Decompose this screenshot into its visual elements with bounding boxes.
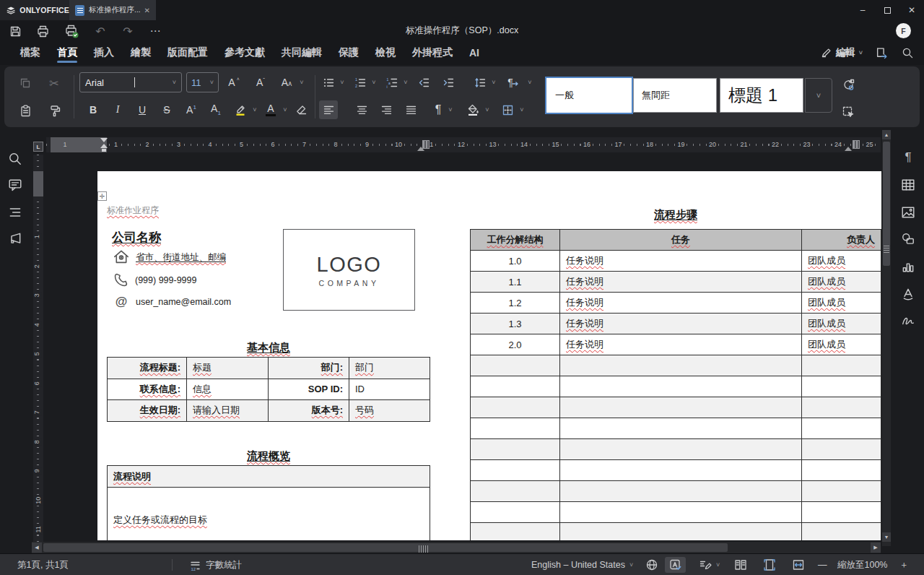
scrollbar-grip[interactable] bbox=[884, 246, 889, 253]
bullet-list-chevron[interactable]: ˅ bbox=[338, 73, 346, 92]
bold-button[interactable]: B bbox=[84, 100, 103, 119]
track-changes-button[interactable]: ˅ bbox=[699, 554, 720, 575]
quick-print-button[interactable] bbox=[64, 23, 79, 39]
redo-button[interactable]: ↷ bbox=[120, 23, 136, 39]
steps-empty-cell[interactable] bbox=[802, 397, 881, 418]
shading-button[interactable] bbox=[463, 100, 482, 119]
info-value-cell[interactable]: ID bbox=[349, 379, 430, 401]
change-case-button[interactable]: Aᴀ bbox=[277, 73, 296, 92]
increase-font-button[interactable]: A＾ bbox=[225, 73, 244, 92]
borders-button[interactable] bbox=[498, 100, 517, 119]
change-case-chevron[interactable]: ˅ bbox=[297, 73, 306, 92]
steps-empty-cell[interactable] bbox=[560, 439, 802, 460]
steps-empty-cell[interactable] bbox=[471, 376, 560, 397]
fit-page-button[interactable] bbox=[763, 554, 776, 575]
menu-tab-AI[interactable]: AI bbox=[469, 40, 479, 65]
steps-empty-cell[interactable] bbox=[560, 376, 802, 397]
info-value-cell[interactable]: 标题 bbox=[187, 358, 269, 379]
align-center-button[interactable] bbox=[352, 100, 371, 119]
superscript-button[interactable]: A1 bbox=[182, 100, 201, 119]
line-spacing-button[interactable] bbox=[471, 73, 489, 92]
format-painter-button[interactable] bbox=[45, 101, 64, 120]
horizontal-scrollbar-thumb[interactable] bbox=[43, 543, 728, 552]
steps-cell[interactable]: 1.3 bbox=[471, 314, 560, 334]
menu-tab-參考文獻[interactable]: 參考文獻 bbox=[225, 40, 265, 65]
steps-header-cell[interactable]: 工作分解结构 bbox=[471, 230, 560, 251]
style-一般[interactable]: 一般 bbox=[546, 78, 632, 113]
scroll-down-button[interactable]: ▼ bbox=[882, 532, 891, 542]
steps-cell[interactable]: 任务说明 bbox=[560, 334, 802, 355]
scroll-right-button[interactable]: ▶ bbox=[871, 542, 881, 553]
steps-cell[interactable]: 任务说明 bbox=[560, 293, 802, 314]
menu-tab-繪製[interactable]: 繪製 bbox=[131, 40, 151, 65]
align-right-button[interactable] bbox=[377, 100, 396, 119]
steps-cell[interactable]: 团队成员 bbox=[802, 334, 881, 355]
numbered-list-chevron[interactable]: ˅ bbox=[370, 73, 378, 92]
paragraph-settings-button[interactable]: ¶ bbox=[901, 150, 915, 165]
close-button[interactable]: ✕ bbox=[899, 0, 924, 20]
left-indent-marker[interactable] bbox=[102, 149, 106, 152]
logo-placeholder[interactable]: LOGO COMPANY bbox=[283, 229, 415, 311]
spell-check-toggle[interactable] bbox=[665, 557, 686, 573]
steps-empty-cell[interactable] bbox=[802, 523, 881, 540]
replace-button[interactable] bbox=[839, 75, 858, 94]
steps-cell[interactable]: 1.2 bbox=[471, 293, 560, 314]
multilevel-list-chevron[interactable]: ˅ bbox=[401, 73, 410, 92]
steps-empty-cell[interactable] bbox=[560, 460, 802, 481]
steps-empty-cell[interactable] bbox=[802, 418, 881, 439]
menu-tab-插入[interactable]: 插入 bbox=[94, 40, 114, 65]
font-color-button[interactable]: A bbox=[261, 100, 280, 119]
hanging-indent-marker[interactable] bbox=[100, 144, 108, 148]
image-settings-button[interactable] bbox=[901, 205, 915, 220]
steps-cell[interactable]: 团队成员 bbox=[802, 272, 881, 293]
steps-header-cell[interactable]: 负责人 bbox=[802, 230, 881, 251]
table-move-handle[interactable]: ✛ bbox=[97, 191, 107, 201]
save-button[interactable] bbox=[7, 23, 23, 39]
strikethrough-button[interactable]: S bbox=[157, 100, 176, 119]
undo-button[interactable]: ↶ bbox=[92, 23, 108, 39]
overview-body-cell[interactable]: 定义任务或流程的目标 bbox=[108, 488, 430, 540]
maximize-button[interactable] bbox=[875, 0, 899, 20]
font-size-select[interactable]: 11 ˅ bbox=[186, 72, 219, 92]
steps-empty-cell[interactable] bbox=[560, 523, 802, 540]
zoom-out-button[interactable]: — bbox=[818, 554, 827, 575]
bullet-list-button[interactable] bbox=[319, 73, 338, 92]
info-label-cell[interactable]: SOP ID: bbox=[269, 379, 349, 401]
steps-empty-cell[interactable] bbox=[802, 439, 881, 460]
clear-formatting-button[interactable] bbox=[292, 100, 310, 119]
steps-empty-cell[interactable] bbox=[471, 418, 560, 439]
tab-close-icon[interactable]: ✕ bbox=[144, 7, 150, 14]
steps-cell[interactable]: 任务说明 bbox=[560, 272, 802, 293]
navigation-headings-button[interactable] bbox=[8, 205, 22, 220]
page-indicator[interactable]: 第1頁, 共1頁 bbox=[17, 554, 69, 575]
show-paragraph-marks-button[interactable]: ¶ bbox=[429, 100, 448, 119]
steps-header-cell[interactable]: 任务 bbox=[560, 230, 802, 251]
shading-chevron[interactable]: ˅ bbox=[483, 100, 492, 119]
info-label-cell[interactable]: 联系信息: bbox=[108, 379, 187, 401]
text-art-settings-button[interactable] bbox=[901, 287, 915, 301]
decrease-indent-button[interactable] bbox=[414, 73, 433, 92]
steps-empty-cell[interactable] bbox=[471, 439, 560, 460]
subscript-button[interactable]: A1 bbox=[206, 100, 225, 119]
steps-empty-cell[interactable] bbox=[802, 502, 881, 523]
line-spacing-chevron[interactable]: ˅ bbox=[489, 73, 498, 92]
first-line-indent-marker[interactable] bbox=[100, 138, 108, 142]
zoom-in-button[interactable]: ＋ bbox=[899, 554, 909, 575]
steps-cell[interactable]: 1.0 bbox=[471, 251, 560, 272]
steps-empty-cell[interactable] bbox=[560, 481, 802, 502]
steps-empty-cell[interactable] bbox=[560, 418, 802, 439]
vertical-ruler[interactable]: 1234567891011 bbox=[33, 155, 43, 546]
info-label-cell[interactable]: 生效日期: bbox=[108, 400, 187, 422]
vertical-scrollbar[interactable]: ▲ ▼ bbox=[882, 130, 891, 546]
menu-tab-保護[interactable]: 保護 bbox=[339, 40, 359, 65]
menu-tab-外掛程式[interactable]: 外掛程式 bbox=[412, 40, 453, 65]
signature-settings-button[interactable] bbox=[901, 314, 915, 328]
steps-cell[interactable]: 团队成员 bbox=[802, 314, 881, 334]
minimize-button[interactable]: – bbox=[850, 0, 875, 20]
info-value-cell[interactable]: 部门 bbox=[349, 358, 430, 379]
language-select[interactable]: English – United States ˅ bbox=[531, 554, 633, 575]
comments-button[interactable] bbox=[8, 178, 22, 192]
steps-empty-cell[interactable] bbox=[471, 523, 560, 540]
decrease-font-button[interactable]: Aˇ bbox=[251, 73, 270, 92]
steps-empty-cell[interactable] bbox=[560, 355, 802, 376]
